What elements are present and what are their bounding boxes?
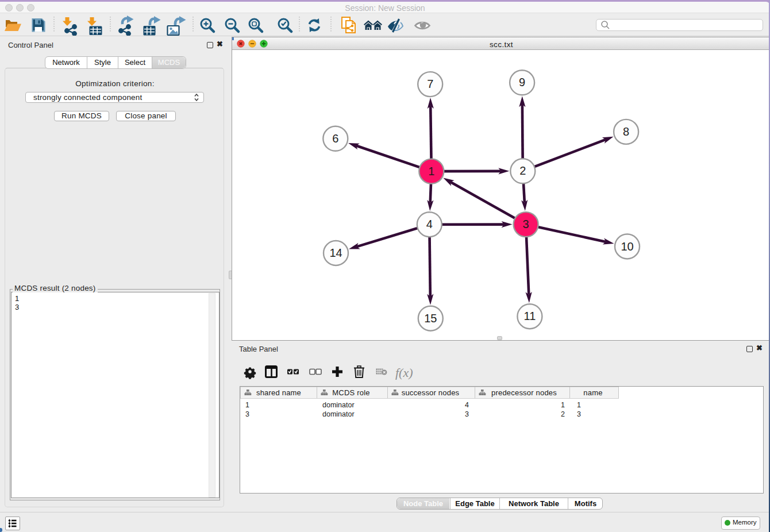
svg-text:9: 9	[519, 76, 525, 88]
svg-text:6: 6	[332, 132, 338, 145]
svg-text:7: 7	[427, 78, 433, 90]
svg-text:1: 1	[428, 165, 434, 178]
svg-text:10: 10	[621, 240, 633, 253]
svg-text:MCDS role: MCDS role	[332, 388, 369, 397]
svg-text:11: 11	[524, 310, 536, 322]
svg-text:4: 4	[465, 401, 469, 409]
svg-text:14: 14	[329, 246, 342, 259]
svg-text:3: 3	[577, 410, 581, 418]
svg-text:3: 3	[523, 218, 529, 230]
svg-text:1: 1	[561, 401, 565, 409]
svg-text:15: 15	[424, 312, 437, 325]
svg-text:8: 8	[623, 125, 629, 138]
svg-text:2: 2	[561, 410, 565, 418]
svg-text:3: 3	[465, 410, 469, 418]
svg-text:successor nodes: successor nodes	[402, 388, 460, 397]
svg-text:dominator: dominator	[322, 410, 355, 418]
svg-text:f(x): f(x)	[395, 365, 413, 380]
svg-text:name: name	[583, 388, 602, 397]
svg-text:4: 4	[426, 218, 433, 230]
svg-text:shared name: shared name	[256, 388, 301, 397]
svg-text:dominator: dominator	[322, 401, 355, 409]
svg-text:2: 2	[519, 164, 526, 177]
svg-text:predecessor nodes: predecessor nodes	[491, 388, 557, 397]
svg-text:3: 3	[245, 410, 249, 418]
svg-text:1: 1	[577, 401, 581, 409]
svg-text:1: 1	[245, 401, 249, 409]
